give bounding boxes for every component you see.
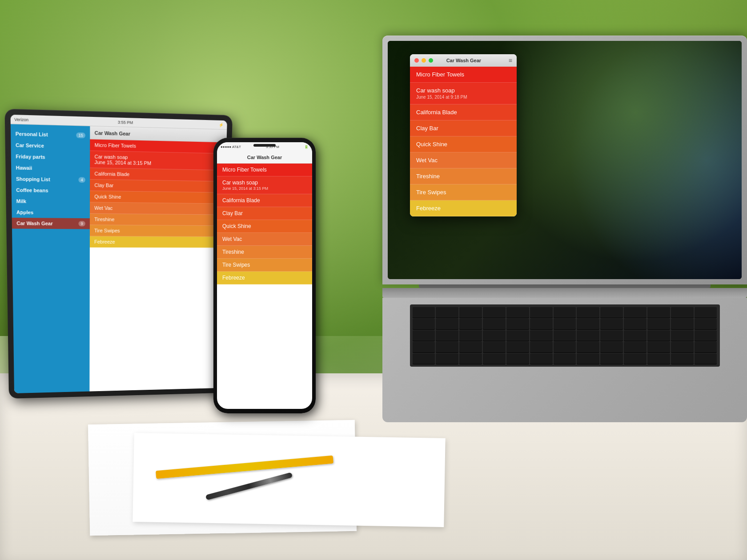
- key[interactable]: [483, 319, 506, 329]
- mac-menu-icon[interactable]: ≡: [509, 57, 512, 64]
- key[interactable]: [695, 342, 717, 352]
- mac-list-item-8[interactable]: Febreeze: [410, 200, 517, 216]
- iphone-list-item-6[interactable]: Tireshine: [217, 246, 312, 259]
- key[interactable]: [695, 330, 717, 341]
- sidebar-item-carservice[interactable]: Car Service: [11, 140, 90, 152]
- key[interactable]: [506, 330, 529, 341]
- sidebar-item-friday[interactable]: Friday parts: [11, 151, 90, 164]
- key[interactable]: [554, 307, 576, 318]
- key[interactable]: [554, 330, 576, 341]
- key[interactable]: [436, 307, 458, 318]
- key[interactable]: [624, 353, 647, 364]
- iphone-list-item-7[interactable]: Tire Swipes: [217, 259, 312, 272]
- key[interactable]: [483, 330, 506, 341]
- key[interactable]: [695, 307, 717, 318]
- sidebar-item-apples[interactable]: Apples: [12, 207, 90, 218]
- key[interactable]: [506, 319, 529, 329]
- key[interactable]: [671, 353, 694, 364]
- iphone-list-item-0[interactable]: Micro Fiber Towels: [217, 164, 312, 176]
- ipad-list-item-4[interactable]: Quick Shine: [90, 191, 225, 204]
- iphone-list-item-1[interactable]: Car wash soap June 15, 2014 at 3:15 PM: [217, 176, 312, 194]
- key[interactable]: [647, 342, 670, 352]
- mac-list-item-5[interactable]: Wet Vac: [410, 152, 517, 168]
- mac-list-item-6[interactable]: Tireshine: [410, 168, 517, 184]
- iphone-list-item-3[interactable]: Clay Bar: [217, 207, 312, 220]
- key[interactable]: [577, 307, 599, 318]
- key[interactable]: [577, 342, 599, 352]
- key[interactable]: [624, 307, 647, 318]
- mac-list-item-3[interactable]: Clay Bar: [410, 120, 517, 136]
- mac-list-item-4[interactable]: Quick Shine: [410, 136, 517, 152]
- key[interactable]: [459, 319, 482, 329]
- key[interactable]: [600, 319, 623, 329]
- key[interactable]: [530, 330, 553, 341]
- key[interactable]: [624, 330, 647, 341]
- key[interactable]: [600, 330, 623, 341]
- key[interactable]: [530, 307, 553, 318]
- key[interactable]: [647, 307, 670, 318]
- sidebar-item-milk[interactable]: Milk: [12, 196, 90, 208]
- key[interactable]: [436, 319, 458, 329]
- key[interactable]: [647, 353, 670, 364]
- key[interactable]: [413, 330, 435, 341]
- iphone-list-item-8[interactable]: Febreeze: [217, 272, 312, 284]
- key[interactable]: [483, 353, 506, 364]
- mac-list-item-0[interactable]: Micro Fiber Towels: [410, 67, 517, 83]
- key[interactable]: [624, 319, 647, 329]
- sidebar-item-hawaii[interactable]: Hawaii: [11, 162, 90, 174]
- sidebar-item-personal[interactable]: 15 Personal List: [11, 128, 90, 141]
- key[interactable]: [459, 330, 482, 341]
- mac-list-item-2[interactable]: California Blade: [410, 104, 517, 120]
- key[interactable]: [695, 353, 717, 364]
- key[interactable]: [671, 307, 694, 318]
- key[interactable]: [413, 307, 435, 318]
- key[interactable]: [554, 353, 576, 364]
- key[interactable]: [554, 342, 576, 352]
- iphone-list-item-4[interactable]: Quick Shine: [217, 220, 312, 233]
- mac-list-item-1[interactable]: Car wash soap June 15, 2014 at 9:18 PM: [410, 83, 517, 104]
- key[interactable]: [413, 319, 435, 329]
- key[interactable]: [483, 307, 506, 318]
- key[interactable]: [530, 319, 553, 329]
- key[interactable]: [577, 319, 599, 329]
- key[interactable]: [671, 330, 694, 341]
- key[interactable]: [413, 342, 435, 352]
- mac-list-item-7[interactable]: Tire Swipes: [410, 184, 517, 200]
- mac-close-button[interactable]: [414, 58, 419, 63]
- key[interactable]: [459, 342, 482, 352]
- key[interactable]: [506, 353, 529, 364]
- key[interactable]: [695, 319, 717, 329]
- sidebar-item-carwash[interactable]: 9 Car Wash Gear: [12, 218, 90, 229]
- key[interactable]: [436, 330, 458, 341]
- sidebar-item-coffee[interactable]: Coffee beans: [12, 184, 90, 196]
- key[interactable]: [530, 353, 553, 364]
- key[interactable]: [624, 342, 647, 352]
- key[interactable]: [600, 342, 623, 352]
- key[interactable]: [671, 342, 694, 352]
- key[interactable]: [600, 353, 623, 364]
- ipad-list-item-7[interactable]: Tire Swipes: [90, 225, 224, 237]
- key[interactable]: [554, 319, 576, 329]
- key[interactable]: [459, 353, 482, 364]
- key[interactable]: [671, 319, 694, 329]
- key[interactable]: [413, 353, 435, 364]
- ipad-list-item-1[interactable]: Car wash soap June 15, 2014 at 3:15 PM: [90, 151, 226, 171]
- ipad-list-item-6[interactable]: Tireshine: [90, 214, 225, 226]
- key[interactable]: [436, 353, 458, 364]
- key[interactable]: [530, 342, 553, 352]
- key[interactable]: [577, 330, 599, 341]
- ipad-list-item-3[interactable]: Clay Bar: [90, 180, 225, 193]
- key[interactable]: [436, 342, 458, 352]
- key[interactable]: [506, 307, 529, 318]
- key[interactable]: [647, 319, 670, 329]
- iphone-list-item-5[interactable]: Wet Vac: [217, 233, 312, 246]
- ipad-list-item-5[interactable]: Wet Vac: [90, 202, 225, 215]
- key[interactable]: [600, 307, 623, 318]
- key[interactable]: [577, 353, 599, 364]
- key[interactable]: [459, 307, 482, 318]
- sidebar-item-shopping[interactable]: 4 Shopping List: [11, 173, 90, 186]
- key[interactable]: [647, 330, 670, 341]
- ipad-list-item-8[interactable]: Febreeze: [90, 236, 224, 248]
- iphone-list-item-2[interactable]: California Blade: [217, 194, 312, 207]
- key[interactable]: [483, 342, 506, 352]
